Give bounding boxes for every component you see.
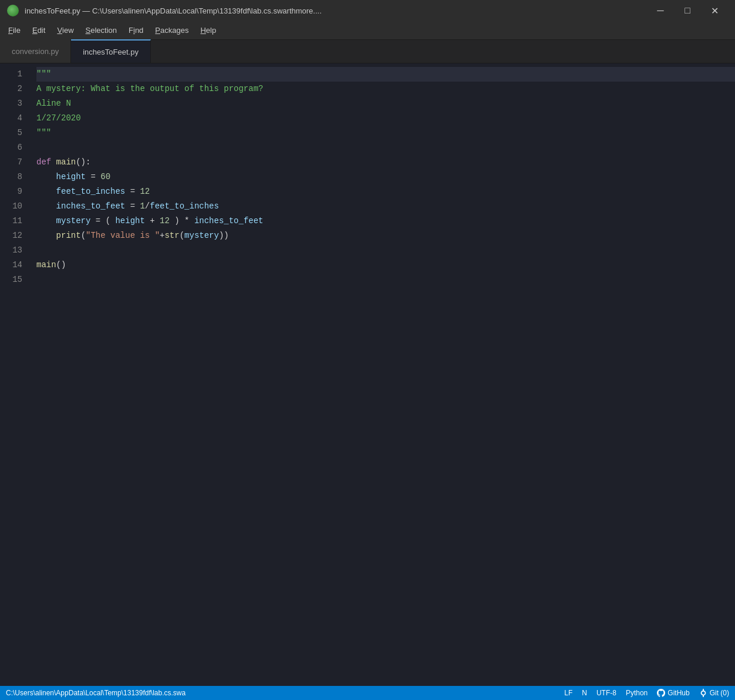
title-bar: inchesToFeet.py — C:\Users\alinen\AppDat… [0,0,735,21]
line-num-7: 7 [0,155,32,170]
line-num-6: 6 [0,140,32,155]
line-numbers: 1 2 3 4 5 6 7 8 9 10 11 12 13 14 15 [0,63,32,686]
app-icon [7,5,19,16]
minimize-button[interactable]: ─ [647,0,674,21]
menu-find[interactable]: Find [123,21,149,39]
tabs-bar: conversion.py inchesToFeet.py [0,40,735,63]
status-indent[interactable]: N [582,689,587,697]
code-line-1: """ [36,67,735,82]
maximize-button[interactable]: □ [674,0,701,21]
tab-inches-to-feet-py[interactable]: inchesToFeet.py [71,39,151,63]
code-line-11: mystery = ( height + 12 ) * inches_to_fe… [36,214,735,228]
code-line-8: height = 60 [36,170,735,184]
line-num-12: 12 [0,228,32,243]
line-num-8: 8 [0,170,32,184]
status-lf[interactable]: LF [564,689,572,697]
line-num-4: 4 [0,111,32,126]
status-language[interactable]: Python [626,689,648,697]
line-num-5: 5 [0,126,32,140]
status-github[interactable]: GitHub [657,689,689,697]
status-bar: C:\Users\alinen\AppData\Local\Temp\13139… [0,686,735,700]
line-num-14: 14 [0,258,32,272]
close-button[interactable]: ✕ [701,0,728,21]
title-bar-text: inchesToFeet.py — C:\Users\alinen\AppDat… [25,6,641,15]
line-num-1: 1 [0,67,32,82]
menu-selection[interactable]: Selection [80,21,123,39]
status-path: C:\Users\alinen\AppData\Local\Temp\13139… [6,689,186,697]
line-num-15: 15 [0,272,32,287]
menu-packages[interactable]: Packages [149,21,194,39]
code-line-13 [36,243,735,258]
github-icon [657,689,665,697]
line-num-2: 2 [0,82,32,96]
code-line-3: Aline N [36,96,735,111]
code-line-12: print("The value is "+str(mystery)) [36,228,735,243]
code-line-14: main() [36,258,735,272]
code-line-7: def main(): [36,155,735,170]
menu-edit[interactable]: Edit [26,21,51,39]
line-num-10: 10 [0,199,32,214]
window-controls: ─ □ ✕ [647,0,728,21]
status-git[interactable]: Git (0) [699,689,729,697]
code-line-4: 1/27/2020 [36,111,735,126]
code-line-6 [36,140,735,155]
status-left: C:\Users\alinen\AppData\Local\Temp\13139… [6,689,552,697]
svg-point-0 [701,691,705,695]
code-line-15 [36,272,735,287]
code-line-10: inches_to_feet = 1/feet_to_inches [36,199,735,214]
menu-file[interactable]: File [2,21,26,39]
line-num-13: 13 [0,243,32,258]
menu-help[interactable]: Help [194,21,222,39]
line-num-9: 9 [0,184,32,199]
line-num-11: 11 [0,214,32,228]
menu-bar: File Edit View Selection Find Packages H… [0,21,735,40]
editor-area: 1 2 3 4 5 6 7 8 9 10 11 12 13 14 15 """ … [0,63,735,686]
code-editor[interactable]: """ A mystery: What is the output of thi… [32,63,735,686]
git-icon [699,689,707,697]
menu-view[interactable]: View [51,21,79,39]
code-line-2: A mystery: What is the output of this pr… [36,82,735,96]
line-num-3: 3 [0,96,32,111]
tab-conversion-py[interactable]: conversion.py [0,39,71,63]
status-charset[interactable]: UTF-8 [596,689,616,697]
code-line-5: """ [36,126,735,140]
status-right: LF N UTF-8 Python GitHub Git (0) [564,689,729,697]
code-line-9: feet_to_inches = 12 [36,184,735,199]
